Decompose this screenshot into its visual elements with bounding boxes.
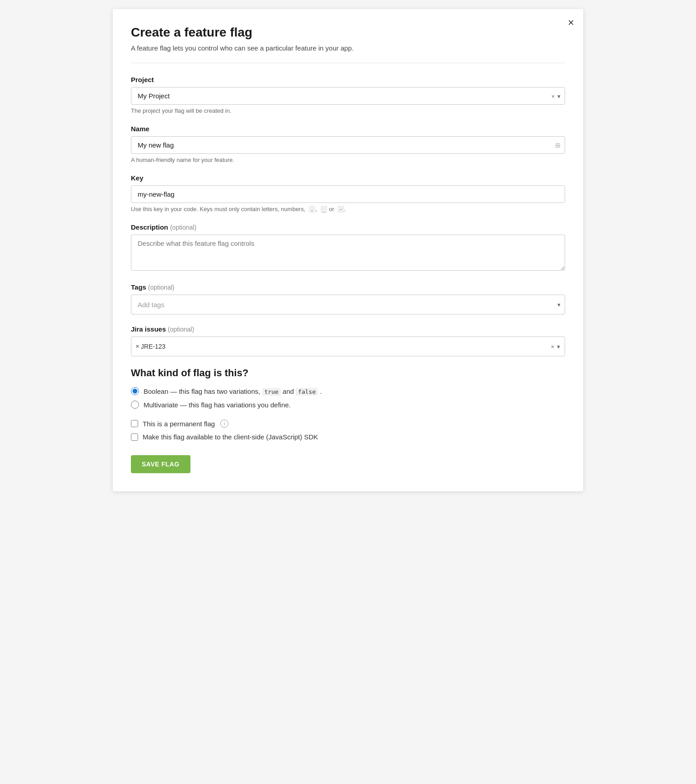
description-textarea[interactable]: [131, 235, 565, 271]
key-code-dash: -: [338, 206, 344, 213]
project-select[interactable]: My Project: [131, 87, 565, 105]
flag-type-radio-group: Boolean — this flag has two variations, …: [131, 387, 565, 409]
description-group: Description (optional): [131, 223, 565, 272]
jira-input-wrapper: × JRE-123 × ▾: [131, 337, 565, 356]
jira-tag-value: JRE-123: [141, 343, 165, 350]
boolean-option[interactable]: Boolean — this flag has two variations, …: [131, 387, 565, 395]
boolean-radio[interactable]: [131, 387, 139, 395]
save-flag-button[interactable]: SAVE FLAG: [131, 455, 190, 473]
jira-issues-group: Jira issues (optional) × JRE-123 × ▾: [131, 325, 565, 356]
divider: [131, 63, 565, 63]
create-feature-flag-modal: × Create a feature flag A feature flag l…: [113, 9, 583, 491]
jira-optional: (optional): [168, 326, 194, 333]
name-label: Name: [131, 125, 565, 133]
jira-dropdown-icon: ▾: [557, 343, 560, 350]
key-help: Use this key in your code. Keys must onl…: [131, 206, 565, 212]
jira-label: Jira issues (optional): [131, 325, 565, 333]
boolean-label: Boolean — this flag has two variations, …: [144, 387, 322, 395]
multivariate-option[interactable]: Multivariate — this flag has variations …: [131, 401, 565, 409]
permanent-flag-checkbox[interactable]: [131, 420, 138, 427]
key-code-underscore: _: [320, 206, 327, 213]
modal-title: Create a feature flag: [131, 25, 565, 40]
checkbox-group: This is a permanent flag i Make this fla…: [131, 420, 565, 441]
close-button[interactable]: ×: [568, 17, 574, 28]
name-icon: ⊞: [555, 142, 561, 149]
modal-subtitle: A feature flag lets you control who can …: [131, 44, 565, 52]
name-input[interactable]: [131, 136, 565, 154]
permanent-flag-info-icon[interactable]: i: [220, 420, 228, 428]
name-group: Name ⊞ A human-friendly name for your fe…: [131, 125, 565, 163]
description-label: Description (optional): [131, 223, 565, 231]
key-input[interactable]: [131, 185, 565, 203]
tags-optional: (optional): [148, 284, 174, 291]
name-help: A human-friendly name for your feature.: [131, 157, 565, 163]
tags-placeholder: Add tags: [138, 301, 164, 309]
jira-clear-icon[interactable]: ×: [551, 343, 554, 350]
boolean-true-code: true: [262, 388, 281, 396]
project-group: Project My Project × ▾ The project your …: [131, 76, 565, 114]
project-select-wrapper: My Project × ▾: [131, 87, 565, 105]
permanent-flag-option[interactable]: This is a permanent flag i: [131, 420, 565, 428]
client-side-label: Make this flag available to the client-s…: [143, 433, 318, 441]
project-label: Project: [131, 76, 565, 83]
flag-type-title: What kind of flag is this?: [131, 367, 565, 379]
client-side-option[interactable]: Make this flag available to the client-s…: [131, 433, 565, 441]
jira-select-icons: × ▾: [551, 343, 560, 350]
tags-label: Tags (optional): [131, 283, 565, 291]
key-label: Key: [131, 174, 565, 182]
key-code-dot: .: [309, 206, 316, 213]
flag-type-section: What kind of flag is this? Boolean — thi…: [131, 367, 565, 441]
project-help: The project your flag will be created in…: [131, 107, 565, 114]
tags-group: Tags (optional) Add tags ▾: [131, 283, 565, 314]
multivariate-radio[interactable]: [131, 401, 139, 409]
boolean-false-code: false: [296, 388, 318, 396]
tags-select-wrapper: Add tags ▾: [131, 295, 565, 314]
multivariate-label: Multivariate — this flag has variations …: [144, 401, 291, 409]
description-optional: (optional): [170, 224, 196, 231]
jira-input[interactable]: [168, 342, 547, 351]
permanent-flag-label: This is a permanent flag: [143, 420, 215, 428]
name-input-wrapper: ⊞: [131, 136, 565, 154]
jira-tag-remove[interactable]: ×: [136, 343, 139, 350]
tags-input[interactable]: Add tags: [131, 295, 565, 314]
jira-tag: × JRE-123: [136, 343, 165, 350]
key-group: Key Use this key in your code. Keys must…: [131, 174, 565, 212]
client-side-checkbox[interactable]: [131, 434, 138, 441]
